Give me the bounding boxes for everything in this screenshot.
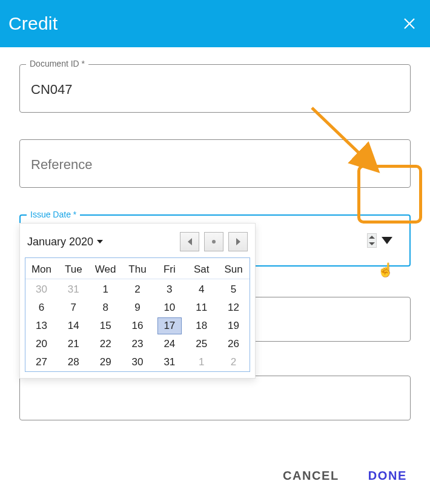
datepicker-header: January 2020 — [25, 228, 250, 257]
day-name: Sat — [185, 260, 217, 279]
day-cell[interactable]: 2 — [217, 353, 250, 371]
day-cell[interactable]: 12 — [217, 299, 250, 317]
prev-month-button[interactable] — [180, 232, 199, 251]
dialog-title: Credit — [8, 13, 58, 34]
reference-field[interactable] — [19, 139, 411, 188]
credit-dialog: Credit Document ID * Issue Date * 17/01/… — [0, 0, 430, 504]
day-cell[interactable]: 21 — [58, 335, 90, 353]
spinner-down-icon[interactable] — [369, 242, 375, 245]
day-cell[interactable]: 5 — [217, 280, 250, 299]
done-button[interactable]: DONE — [365, 468, 411, 483]
day-names-row: MonTueWedThuFriSatSun — [25, 260, 250, 279]
calendar-week: 20212223242526 — [25, 335, 250, 353]
spinner-up-icon[interactable] — [369, 236, 375, 239]
day-name: Thu — [122, 260, 154, 279]
calendar-week: 272829303112 — [25, 353, 250, 371]
day-cell[interactable]: 10 — [153, 299, 185, 317]
day-cell[interactable]: 6 — [25, 299, 58, 317]
document-id-field[interactable]: Document ID * — [19, 64, 411, 113]
day-cell[interactable]: 4 — [185, 280, 217, 299]
day-cell[interactable]: 23 — [122, 335, 154, 353]
day-cell[interactable]: 31 — [58, 280, 90, 299]
month-selector[interactable]: January 2020 — [27, 236, 103, 248]
document-id-label: Document ID * — [26, 59, 88, 68]
reference-input[interactable] — [20, 140, 410, 187]
cancel-button[interactable]: CANCEL — [279, 468, 343, 483]
year-spinner[interactable] — [367, 233, 377, 248]
dot-icon — [212, 240, 216, 244]
day-cell[interactable]: 28 — [58, 353, 90, 371]
calendar-grid: MonTueWedThuFriSatSun 303112345678910111… — [25, 257, 250, 372]
day-name: Sun — [217, 260, 250, 279]
day-cell[interactable]: 30 — [25, 280, 58, 299]
day-cell[interactable]: 9 — [122, 299, 154, 317]
day-cell[interactable]: 20 — [25, 335, 58, 353]
day-cell[interactable]: 17 — [157, 317, 182, 334]
month-nav — [180, 232, 248, 251]
day-cell[interactable]: 1 — [185, 353, 217, 371]
day-cell[interactable]: 26 — [217, 335, 250, 353]
day-cell[interactable]: 27 — [25, 353, 58, 371]
next-month-button[interactable] — [228, 232, 248, 251]
calendar-week: 6789101112 — [25, 299, 250, 317]
month-label: January 2020 — [27, 236, 93, 248]
day-cell[interactable]: 3 — [153, 280, 185, 299]
day-cell[interactable]: 8 — [90, 299, 122, 317]
day-cell[interactable]: 19 — [217, 317, 250, 335]
day-cell[interactable]: 2 — [122, 280, 154, 299]
day-cell[interactable]: 18 — [185, 317, 217, 335]
day-cell[interactable]: 7 — [58, 299, 90, 317]
calendar-week: 303112345 — [25, 280, 250, 299]
day-cell[interactable]: 15 — [90, 317, 122, 335]
day-name: Tue — [58, 260, 90, 279]
day-name: Mon — [25, 260, 58, 279]
chevron-down-icon — [97, 240, 103, 244]
day-cell[interactable]: 1 — [90, 280, 122, 299]
calendar-week: 13141516171819 — [25, 317, 250, 335]
day-name: Wed — [90, 260, 122, 279]
datepicker-popup: January 2020 MonTueWedThuFriSatSun 30311… — [19, 223, 256, 379]
date-controls: ☝ — [367, 233, 409, 248]
dialog-actions: CANCEL DONE — [279, 468, 411, 483]
calendar-dropdown-icon[interactable] — [382, 237, 392, 244]
hidden-field-2[interactable] — [19, 376, 411, 420]
day-cell[interactable]: 31 — [153, 353, 185, 371]
day-cell[interactable]: 16 — [122, 317, 154, 335]
day-name: Fri — [153, 260, 185, 279]
today-button[interactable] — [204, 232, 223, 251]
dialog-header: Credit — [0, 0, 430, 47]
document-id-input[interactable] — [20, 65, 410, 112]
day-cell[interactable]: 29 — [90, 353, 122, 371]
day-cell[interactable]: 25 — [185, 335, 217, 353]
chevron-left-icon — [188, 238, 192, 245]
day-cell[interactable]: 30 — [122, 353, 154, 371]
day-cell[interactable]: 24 — [153, 335, 185, 353]
close-icon[interactable] — [401, 15, 418, 32]
day-cell[interactable]: 13 — [25, 317, 58, 335]
day-cell[interactable]: 11 — [185, 299, 217, 317]
hand-cursor-icon: ☝ — [377, 262, 394, 278]
chevron-right-icon — [236, 238, 240, 245]
calendar-weeks: 3031123456789101112131415161718192021222… — [25, 280, 250, 371]
day-cell[interactable]: 22 — [90, 335, 122, 353]
day-cell[interactable]: 14 — [58, 317, 90, 335]
issue-date-label: Issue Date * — [27, 210, 80, 219]
